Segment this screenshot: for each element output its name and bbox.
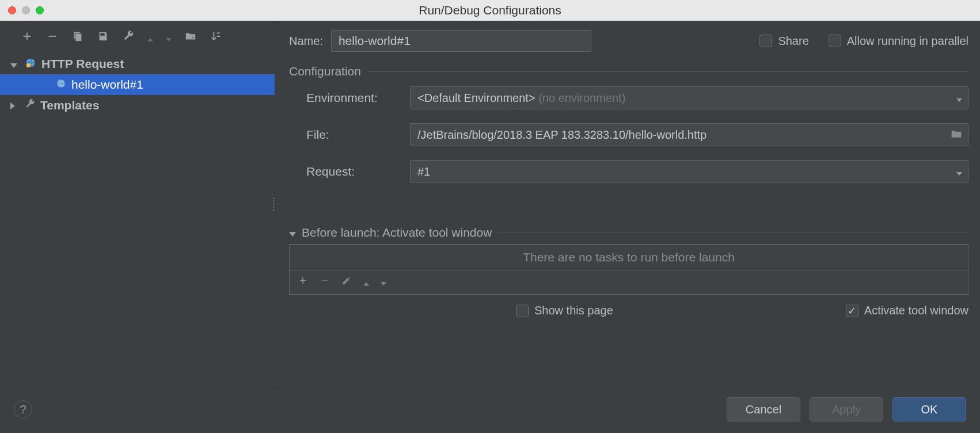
tree-label: Templates <box>40 98 99 112</box>
before-launch-toolbar <box>290 270 968 294</box>
environment-hint: (no environment) <box>538 92 625 105</box>
move-down-icon <box>381 275 386 288</box>
tree-node-http-request[interactable]: HTTP Request <box>0 54 275 74</box>
move-up-icon <box>363 275 369 288</box>
tree-label: hello-world#1 <box>71 78 143 92</box>
chevron-right-icon[interactable] <box>10 98 20 112</box>
apply-button: Apply <box>810 397 883 421</box>
svg-point-1 <box>26 63 31 67</box>
file-input[interactable]: /JetBrains/blog/2018.3 EAP 183.3283.10/h… <box>410 123 968 146</box>
wrench-icon <box>24 98 36 113</box>
folder-move-icon[interactable] <box>184 30 197 45</box>
allow-parallel-label: Allow running in parallel <box>847 35 968 48</box>
sidebar-toolbar <box>0 24 275 54</box>
copy-icon[interactable] <box>71 30 84 45</box>
http-globe-icon <box>55 78 67 92</box>
share-label: Share <box>778 35 808 48</box>
wrench-icon[interactable] <box>122 30 135 45</box>
cancel-button[interactable]: Cancel <box>727 397 800 421</box>
resize-grip[interactable] <box>272 196 275 212</box>
dialog-footer: ? Cancel Apply OK <box>0 389 980 433</box>
request-value: #1 <box>417 165 430 178</box>
move-up-icon <box>147 31 153 44</box>
sort-alpha-icon[interactable] <box>210 30 222 45</box>
http-globe-icon <box>24 56 37 72</box>
environment-value: <Default Environment> <box>417 92 535 105</box>
config-tree: HTTP Request hello-world#1 Templates <box>0 54 275 389</box>
name-input[interactable] <box>331 30 591 52</box>
environment-label: Environment: <box>306 91 410 105</box>
titlebar: Run/Debug Configurations <box>0 0 980 21</box>
move-down-icon <box>166 31 172 44</box>
allow-parallel-checkbox[interactable] <box>829 35 841 47</box>
add-icon[interactable] <box>298 275 308 288</box>
tree-node-hello-world[interactable]: hello-world#1 <box>0 74 275 95</box>
chevron-down-icon <box>289 226 296 240</box>
show-page-checkbox[interactable] <box>516 305 529 317</box>
file-label: File: <box>306 128 410 142</box>
tree-node-templates[interactable]: Templates <box>0 95 275 116</box>
remove-icon[interactable] <box>46 30 59 45</box>
window-title: Run/Debug Configurations <box>0 3 980 17</box>
file-value: /JetBrains/blog/2018.3 EAP 183.3283.10/h… <box>417 128 706 142</box>
save-icon[interactable] <box>97 30 109 45</box>
add-icon[interactable] <box>21 30 33 45</box>
sidebar: HTTP Request hello-world#1 Templates <box>0 21 275 389</box>
configuration-section-header: Configuration <box>289 64 968 78</box>
activate-tool-window-checkbox[interactable] <box>846 305 859 317</box>
request-combobox[interactable]: #1 <box>410 160 968 183</box>
remove-icon <box>320 275 330 288</box>
before-launch-header[interactable]: Before launch: Activate tool window <box>289 226 968 240</box>
edit-icon <box>341 275 352 288</box>
tree-label: HTTP Request <box>41 57 124 71</box>
chevron-down-icon <box>956 92 962 105</box>
chevron-down-icon <box>956 165 962 178</box>
help-button[interactable]: ? <box>14 400 32 419</box>
show-page-label: Show this page <box>534 304 613 317</box>
share-checkbox[interactable] <box>759 35 772 47</box>
name-label: Name: <box>289 35 323 48</box>
main-panel: Name: Share Allow running in parallel Co… <box>275 21 980 389</box>
before-launch-empty-text: There are no tasks to run before launch <box>290 245 968 270</box>
browse-folder-icon[interactable] <box>951 128 962 142</box>
request-label: Request: <box>306 165 410 178</box>
activate-tool-window-label: Activate tool window <box>864 304 968 317</box>
chevron-down-icon[interactable] <box>10 57 20 71</box>
before-launch-box: There are no tasks to run before launch <box>289 244 968 295</box>
ok-button[interactable]: OK <box>892 397 966 421</box>
environment-combobox[interactable]: <Default Environment> (no environment) <box>410 86 968 109</box>
